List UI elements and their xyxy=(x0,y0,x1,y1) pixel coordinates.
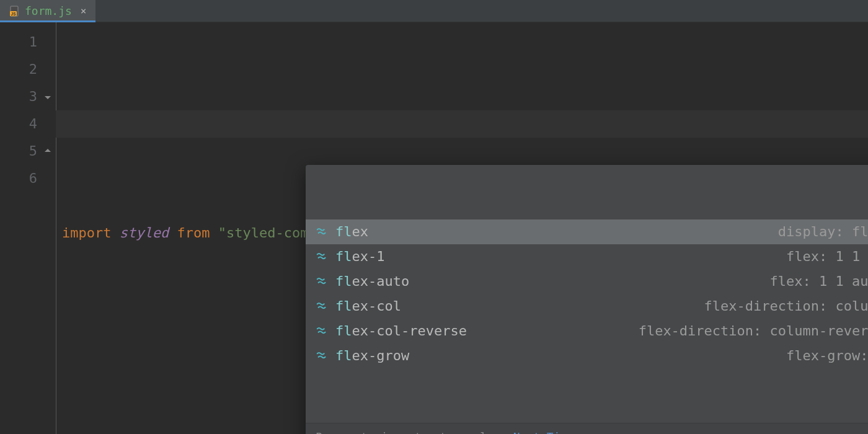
tab-bar: JS form.js × xyxy=(0,0,868,22)
tailwind-icon xyxy=(316,349,329,363)
next-tip-link[interactable]: Next Tip xyxy=(513,423,567,435)
autocomplete-popup: flexdisplay: flexflex-1flex: 1 1 0%flex-… xyxy=(306,165,868,434)
autocomplete-item-meta: flex-grow: 1 xyxy=(786,342,868,370)
tailwind-icon xyxy=(316,299,329,313)
autocomplete-item-meta: flex: 1 1 auto xyxy=(770,268,868,295)
footer-text: Press xyxy=(316,423,349,435)
current-line-highlight xyxy=(56,110,868,138)
enter-key-icon: ↵ xyxy=(352,423,358,435)
autocomplete-item-meta: flex-direction: column xyxy=(704,293,868,320)
autocomplete-footer: Press ↵ to insert, ⇥ to replace Next Tip… xyxy=(306,423,868,434)
file-tab-label: form.js xyxy=(25,4,72,17)
close-icon[interactable]: × xyxy=(81,5,87,17)
autocomplete-item-label: flex-grow xyxy=(335,342,409,370)
autocomplete-item[interactable]: flex-growflex-grow: 1 xyxy=(306,343,868,368)
autocomplete-item-label: flex-col-reverse xyxy=(335,317,467,345)
autocomplete-item-label: flex-1 xyxy=(335,243,384,270)
fold-start-icon[interactable] xyxy=(43,92,52,101)
autocomplete-item-meta: display: flex xyxy=(778,218,868,246)
line-number: 1 xyxy=(0,29,56,56)
tailwind-icon xyxy=(316,275,329,288)
tailwind-icon xyxy=(316,225,329,239)
line-number: 3 xyxy=(0,83,56,110)
file-tab[interactable]: JS form.js × xyxy=(0,0,95,22)
gutter: 1 2 3 4 5 6 xyxy=(0,22,56,434)
tailwind-icon xyxy=(316,324,329,338)
js-file-icon: JS xyxy=(9,6,20,17)
line-number: 4 xyxy=(0,110,56,138)
autocomplete-item[interactable]: flex-autoflex: 1 1 auto xyxy=(306,269,868,294)
line-number: 6 xyxy=(0,165,56,192)
footer-text: to insert, xyxy=(361,423,428,435)
autocomplete-item-meta: flex-direction: column-reverse xyxy=(639,317,868,345)
tailwind-icon xyxy=(316,250,329,264)
line-number: 5 xyxy=(0,138,56,165)
autocomplete-item-meta: flex: 1 1 0% xyxy=(786,243,868,270)
editor: 1 2 3 4 5 6 import styled from "styled-c… xyxy=(0,22,868,434)
svg-text:JS: JS xyxy=(11,11,17,16)
autocomplete-item-label: flex-auto xyxy=(335,268,409,295)
tab-key-icon: ⇥ xyxy=(430,423,437,435)
autocomplete-item[interactable]: flexdisplay: flex xyxy=(306,219,868,244)
autocomplete-item[interactable]: flex-col-reverseflex-direction: column-r… xyxy=(306,319,868,343)
footer-text: to replace xyxy=(440,423,507,435)
line-number: 2 xyxy=(0,56,56,83)
code-area[interactable]: import styled from "styled-components" c… xyxy=(56,22,868,434)
autocomplete-item[interactable]: flex-colflex-direction: column xyxy=(306,294,868,319)
autocomplete-item[interactable]: flex-1flex: 1 1 0% xyxy=(306,244,868,269)
autocomplete-item-label: flex-col xyxy=(335,293,401,320)
fold-end-icon[interactable] xyxy=(43,147,52,156)
autocomplete-item-label: flex xyxy=(335,218,368,246)
